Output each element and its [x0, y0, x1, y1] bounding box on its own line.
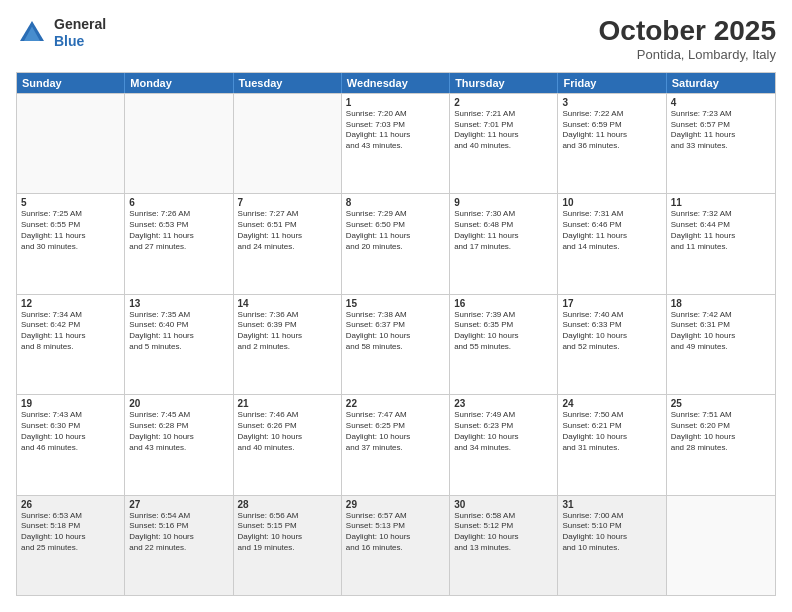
header-day-thursday: Thursday [450, 73, 558, 93]
day-cell-8: 8Sunrise: 7:29 AMSunset: 6:50 PMDaylight… [342, 194, 450, 293]
day-cell-29: 29Sunrise: 6:57 AMSunset: 5:13 PMDayligh… [342, 496, 450, 595]
day-number: 8 [346, 197, 445, 208]
day-number: 28 [238, 499, 337, 510]
calendar-row-1: 1Sunrise: 7:20 AMSunset: 7:03 PMDaylight… [17, 93, 775, 193]
day-cell-21: 21Sunrise: 7:46 AMSunset: 6:26 PMDayligh… [234, 395, 342, 494]
day-info: Sunrise: 7:23 AMSunset: 6:57 PMDaylight:… [671, 109, 771, 152]
title-block: October 2025 Pontida, Lombardy, Italy [599, 16, 776, 62]
day-info: Sunrise: 7:35 AMSunset: 6:40 PMDaylight:… [129, 310, 228, 353]
logo: General Blue [16, 16, 106, 50]
day-cell-23: 23Sunrise: 7:49 AMSunset: 6:23 PMDayligh… [450, 395, 558, 494]
day-cell-25: 25Sunrise: 7:51 AMSunset: 6:20 PMDayligh… [667, 395, 775, 494]
day-info: Sunrise: 7:29 AMSunset: 6:50 PMDaylight:… [346, 209, 445, 252]
day-cell-24: 24Sunrise: 7:50 AMSunset: 6:21 PMDayligh… [558, 395, 666, 494]
day-info: Sunrise: 6:56 AMSunset: 5:15 PMDaylight:… [238, 511, 337, 554]
day-info: Sunrise: 7:45 AMSunset: 6:28 PMDaylight:… [129, 410, 228, 453]
day-cell-12: 12Sunrise: 7:34 AMSunset: 6:42 PMDayligh… [17, 295, 125, 394]
day-info: Sunrise: 7:27 AMSunset: 6:51 PMDaylight:… [238, 209, 337, 252]
day-number: 24 [562, 398, 661, 409]
header-day-wednesday: Wednesday [342, 73, 450, 93]
header-day-monday: Monday [125, 73, 233, 93]
day-number: 19 [21, 398, 120, 409]
day-number: 9 [454, 197, 553, 208]
day-number: 16 [454, 298, 553, 309]
day-cell-5: 5Sunrise: 7:25 AMSunset: 6:55 PMDaylight… [17, 194, 125, 293]
day-info: Sunrise: 7:21 AMSunset: 7:01 PMDaylight:… [454, 109, 553, 152]
day-number: 21 [238, 398, 337, 409]
header-day-friday: Friday [558, 73, 666, 93]
calendar-row-5: 26Sunrise: 6:53 AMSunset: 5:18 PMDayligh… [17, 495, 775, 595]
day-info: Sunrise: 7:43 AMSunset: 6:30 PMDaylight:… [21, 410, 120, 453]
day-number: 7 [238, 197, 337, 208]
month-title: October 2025 [599, 16, 776, 47]
day-number: 22 [346, 398, 445, 409]
day-info: Sunrise: 7:49 AMSunset: 6:23 PMDaylight:… [454, 410, 553, 453]
day-info: Sunrise: 7:25 AMSunset: 6:55 PMDaylight:… [21, 209, 120, 252]
day-info: Sunrise: 7:40 AMSunset: 6:33 PMDaylight:… [562, 310, 661, 353]
header: General Blue October 2025 Pontida, Lomba… [16, 16, 776, 62]
day-info: Sunrise: 7:32 AMSunset: 6:44 PMDaylight:… [671, 209, 771, 252]
empty-cell-r4c6 [667, 496, 775, 595]
day-info: Sunrise: 6:54 AMSunset: 5:16 PMDaylight:… [129, 511, 228, 554]
logo-icon [16, 17, 48, 49]
day-cell-10: 10Sunrise: 7:31 AMSunset: 6:46 PMDayligh… [558, 194, 666, 293]
day-number: 2 [454, 97, 553, 108]
header-day-saturday: Saturday [667, 73, 775, 93]
day-number: 12 [21, 298, 120, 309]
day-cell-17: 17Sunrise: 7:40 AMSunset: 6:33 PMDayligh… [558, 295, 666, 394]
calendar-row-2: 5Sunrise: 7:25 AMSunset: 6:55 PMDaylight… [17, 193, 775, 293]
empty-cell-r0c2 [234, 94, 342, 193]
day-cell-28: 28Sunrise: 6:56 AMSunset: 5:15 PMDayligh… [234, 496, 342, 595]
day-number: 1 [346, 97, 445, 108]
day-cell-11: 11Sunrise: 7:32 AMSunset: 6:44 PMDayligh… [667, 194, 775, 293]
day-info: Sunrise: 7:47 AMSunset: 6:25 PMDaylight:… [346, 410, 445, 453]
day-number: 4 [671, 97, 771, 108]
day-number: 18 [671, 298, 771, 309]
day-info: Sunrise: 7:36 AMSunset: 6:39 PMDaylight:… [238, 310, 337, 353]
day-info: Sunrise: 7:38 AMSunset: 6:37 PMDaylight:… [346, 310, 445, 353]
location-subtitle: Pontida, Lombardy, Italy [599, 47, 776, 62]
day-number: 30 [454, 499, 553, 510]
day-info: Sunrise: 7:51 AMSunset: 6:20 PMDaylight:… [671, 410, 771, 453]
day-cell-2: 2Sunrise: 7:21 AMSunset: 7:01 PMDaylight… [450, 94, 558, 193]
day-number: 26 [21, 499, 120, 510]
logo-text: General Blue [54, 16, 106, 50]
day-number: 20 [129, 398, 228, 409]
day-info: Sunrise: 6:58 AMSunset: 5:12 PMDaylight:… [454, 511, 553, 554]
day-cell-9: 9Sunrise: 7:30 AMSunset: 6:48 PMDaylight… [450, 194, 558, 293]
empty-cell-r0c1 [125, 94, 233, 193]
day-cell-6: 6Sunrise: 7:26 AMSunset: 6:53 PMDaylight… [125, 194, 233, 293]
day-number: 13 [129, 298, 228, 309]
calendar-header: SundayMondayTuesdayWednesdayThursdayFrid… [17, 73, 775, 93]
day-cell-14: 14Sunrise: 7:36 AMSunset: 6:39 PMDayligh… [234, 295, 342, 394]
day-cell-13: 13Sunrise: 7:35 AMSunset: 6:40 PMDayligh… [125, 295, 233, 394]
day-cell-22: 22Sunrise: 7:47 AMSunset: 6:25 PMDayligh… [342, 395, 450, 494]
day-info: Sunrise: 7:39 AMSunset: 6:35 PMDaylight:… [454, 310, 553, 353]
day-info: Sunrise: 7:22 AMSunset: 6:59 PMDaylight:… [562, 109, 661, 152]
day-cell-1: 1Sunrise: 7:20 AMSunset: 7:03 PMDaylight… [342, 94, 450, 193]
day-cell-4: 4Sunrise: 7:23 AMSunset: 6:57 PMDaylight… [667, 94, 775, 193]
page: General Blue October 2025 Pontida, Lomba… [0, 0, 792, 612]
day-number: 31 [562, 499, 661, 510]
day-info: Sunrise: 7:26 AMSunset: 6:53 PMDaylight:… [129, 209, 228, 252]
day-number: 3 [562, 97, 661, 108]
day-info: Sunrise: 7:20 AMSunset: 7:03 PMDaylight:… [346, 109, 445, 152]
day-number: 29 [346, 499, 445, 510]
header-day-tuesday: Tuesday [234, 73, 342, 93]
day-cell-18: 18Sunrise: 7:42 AMSunset: 6:31 PMDayligh… [667, 295, 775, 394]
day-cell-31: 31Sunrise: 7:00 AMSunset: 5:10 PMDayligh… [558, 496, 666, 595]
day-cell-7: 7Sunrise: 7:27 AMSunset: 6:51 PMDaylight… [234, 194, 342, 293]
day-info: Sunrise: 7:34 AMSunset: 6:42 PMDaylight:… [21, 310, 120, 353]
day-number: 17 [562, 298, 661, 309]
day-cell-3: 3Sunrise: 7:22 AMSunset: 6:59 PMDaylight… [558, 94, 666, 193]
calendar-row-4: 19Sunrise: 7:43 AMSunset: 6:30 PMDayligh… [17, 394, 775, 494]
day-info: Sunrise: 7:00 AMSunset: 5:10 PMDaylight:… [562, 511, 661, 554]
day-info: Sunrise: 7:50 AMSunset: 6:21 PMDaylight:… [562, 410, 661, 453]
logo-line2: Blue [54, 33, 106, 50]
day-info: Sunrise: 6:57 AMSunset: 5:13 PMDaylight:… [346, 511, 445, 554]
calendar-body: 1Sunrise: 7:20 AMSunset: 7:03 PMDaylight… [17, 93, 775, 595]
header-day-sunday: Sunday [17, 73, 125, 93]
calendar: SundayMondayTuesdayWednesdayThursdayFrid… [16, 72, 776, 596]
day-cell-16: 16Sunrise: 7:39 AMSunset: 6:35 PMDayligh… [450, 295, 558, 394]
day-info: Sunrise: 7:30 AMSunset: 6:48 PMDaylight:… [454, 209, 553, 252]
